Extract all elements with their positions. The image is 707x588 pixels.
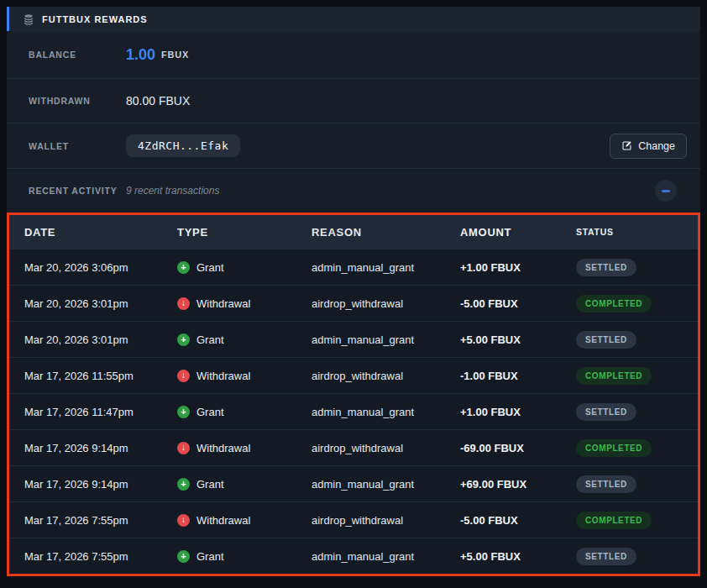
panel-header: FUTTBUX REWARDS	[7, 7, 700, 31]
status-badge: SETTLED	[576, 259, 636, 276]
transaction-reason: admin_manual_grant	[312, 406, 460, 418]
transaction-status: COMPLETED	[576, 295, 698, 312]
transaction-type: ↓ Withdrawal	[177, 442, 312, 454]
rewards-panel: FUTTBUX REWARDS BALANCE 1.00 FBUX WITHDR…	[7, 7, 700, 576]
transaction-reason: admin_manual_grant	[312, 478, 460, 491]
change-wallet-button[interactable]: Change	[610, 134, 687, 159]
balance-value: 1.00	[126, 46, 155, 64]
plus-circle-icon: +	[177, 261, 190, 274]
transaction-amount: +5.00 FBUX	[460, 333, 576, 346]
arrow-down-circle-icon: ↓	[177, 514, 190, 527]
transaction-date: Mar 17, 2026 11:55pm	[9, 370, 177, 382]
collapse-activity-button[interactable]	[655, 180, 677, 202]
table-row[interactable]: Mar 17, 2026 7:55pm + Grant admin_manual…	[9, 538, 698, 574]
transaction-status: COMPLETED	[576, 512, 698, 529]
balance-label: BALANCE	[29, 50, 126, 60]
transaction-type: ↓ Withdrawal	[177, 514, 312, 527]
status-badge: SETTLED	[576, 331, 636, 349]
transaction-reason: admin_manual_grant	[312, 261, 460, 274]
table-row[interactable]: Mar 17, 2026 7:55pm ↓ Withdrawal airdrop…	[9, 501, 698, 538]
transaction-type: + Grant	[177, 550, 312, 563]
transaction-reason: airdrop_withdrawal	[312, 297, 460, 310]
column-header-type: TYPE	[177, 226, 312, 239]
plus-circle-icon: +	[177, 406, 190, 418]
coins-stack-icon	[23, 13, 34, 25]
transaction-status: SETTLED	[576, 259, 698, 276]
transaction-type: + Grant	[177, 406, 312, 418]
panel-title: FUTTBUX REWARDS	[42, 14, 148, 24]
status-badge: SETTLED	[576, 475, 636, 493]
column-header-date: DATE	[9, 226, 177, 239]
transaction-type: + Grant	[177, 478, 312, 491]
withdrawn-label: WITHDRAWN	[29, 96, 126, 106]
table-row[interactable]: Mar 17, 2026 9:14pm ↓ Withdrawal airdrop…	[9, 429, 698, 465]
wallet-row: WALLET 4ZdRCH...Efak Change	[7, 123, 700, 168]
transaction-reason: admin_manual_grant	[312, 333, 460, 346]
table-row[interactable]: Mar 20, 2026 3:01pm + Grant admin_manual…	[9, 321, 698, 357]
wallet-address[interactable]: 4ZdRCH...Efak	[126, 134, 240, 157]
table-row[interactable]: Mar 20, 2026 3:01pm ↓ Withdrawal airdrop…	[9, 285, 698, 321]
plus-circle-icon: +	[177, 550, 190, 563]
transaction-type: + Grant	[177, 261, 312, 274]
transaction-date: Mar 20, 2026 3:06pm	[9, 261, 177, 274]
transactions-table: DATE TYPE REASON AMOUNT STATUS Mar 20, 2…	[7, 213, 700, 576]
change-button-label: Change	[638, 140, 675, 152]
transaction-status: SETTLED	[576, 331, 698, 349]
transaction-amount: -5.00 FBUX	[460, 297, 576, 310]
status-badge: COMPLETED	[576, 439, 652, 457]
withdrawn-row: WITHDRAWN 80.00 FBUX	[7, 78, 700, 123]
recent-activity-label: RECENT ACTIVITY	[29, 186, 126, 196]
transaction-date: Mar 20, 2026 3:01pm	[9, 297, 177, 310]
transaction-amount: +1.00 FBUX	[460, 261, 576, 274]
table-body: Mar 20, 2026 3:06pm + Grant admin_manual…	[9, 249, 698, 574]
transaction-reason: airdrop_withdrawal	[312, 514, 460, 527]
transaction-date: Mar 17, 2026 7:55pm	[9, 550, 177, 563]
transaction-type: ↓ Withdrawal	[177, 297, 312, 310]
wallet-label: WALLET	[29, 141, 126, 151]
withdrawn-value: 80.00 FBUX	[126, 94, 190, 108]
transaction-amount: +1.00 FBUX	[460, 406, 576, 418]
transaction-reason: airdrop_withdrawal	[312, 442, 460, 454]
transaction-type: ↓ Withdrawal	[177, 370, 312, 382]
status-badge: COMPLETED	[576, 295, 652, 312]
transaction-date: Mar 20, 2026 3:01pm	[9, 333, 177, 346]
transaction-status: COMPLETED	[576, 439, 698, 457]
transaction-status: SETTLED	[576, 403, 698, 421]
status-badge: COMPLETED	[576, 367, 652, 385]
status-badge: COMPLETED	[576, 512, 652, 529]
transaction-reason: airdrop_withdrawal	[312, 370, 460, 382]
column-header-amount: AMOUNT	[460, 226, 576, 239]
balance-unit: FBUX	[161, 50, 189, 60]
column-header-reason: REASON	[312, 226, 460, 239]
transaction-status: SETTLED	[576, 475, 698, 493]
transaction-type: + Grant	[177, 333, 312, 346]
transaction-amount: -69.00 FBUX	[460, 442, 576, 454]
plus-circle-icon: +	[177, 478, 190, 491]
plus-circle-icon: +	[177, 333, 190, 346]
transaction-amount: +69.00 FBUX	[460, 478, 576, 491]
transaction-reason: admin_manual_grant	[312, 550, 460, 563]
transaction-date: Mar 17, 2026 7:55pm	[9, 514, 177, 527]
transaction-amount: -1.00 FBUX	[460, 370, 576, 382]
table-row[interactable]: Mar 17, 2026 11:47pm + Grant admin_manua…	[9, 393, 698, 429]
transaction-date: Mar 17, 2026 9:14pm	[9, 478, 177, 491]
table-row[interactable]: Mar 17, 2026 11:55pm ↓ Withdrawal airdro…	[9, 357, 698, 393]
transaction-status: SETTLED	[576, 548, 698, 565]
minus-icon	[662, 190, 670, 192]
edit-icon	[621, 140, 632, 151]
arrow-down-circle-icon: ↓	[177, 297, 190, 310]
column-header-status: STATUS	[576, 227, 698, 237]
activity-summary: 9 recent transactions	[126, 185, 219, 197]
arrow-down-circle-icon: ↓	[177, 370, 190, 382]
transaction-date: Mar 17, 2026 11:47pm	[9, 406, 177, 418]
status-badge: SETTLED	[576, 403, 636, 421]
transaction-amount: +5.00 FBUX	[460, 550, 576, 563]
table-header-row: DATE TYPE REASON AMOUNT STATUS	[9, 215, 698, 249]
transaction-amount: -5.00 FBUX	[460, 514, 576, 527]
recent-activity-row: RECENT ACTIVITY 9 recent transactions	[7, 168, 700, 213]
transaction-status: COMPLETED	[576, 367, 698, 385]
transaction-date: Mar 17, 2026 9:14pm	[9, 442, 177, 454]
balance-row: BALANCE 1.00 FBUX	[7, 31, 700, 78]
table-row[interactable]: Mar 17, 2026 9:14pm + Grant admin_manual…	[9, 465, 698, 501]
table-row[interactable]: Mar 20, 2026 3:06pm + Grant admin_manual…	[9, 249, 698, 285]
